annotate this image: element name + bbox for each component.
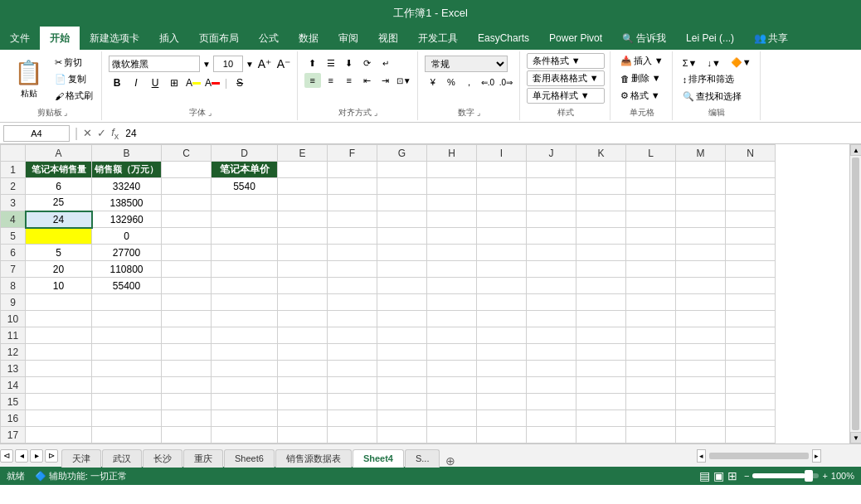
wrap-text-button[interactable]: ↵: [377, 56, 394, 70]
cell-h4[interactable]: [427, 211, 477, 228]
conditional-format-button[interactable]: 条件格式 ▼: [527, 53, 605, 69]
cell-c5[interactable]: [162, 228, 212, 245]
cell-g1[interactable]: [377, 162, 427, 178]
cell-g5[interactable]: [377, 228, 427, 245]
cell-d5[interactable]: [212, 228, 278, 245]
copy-button[interactable]: 📄复制: [51, 71, 96, 87]
cell-c1[interactable]: [162, 162, 212, 178]
formula-input[interactable]: 24: [122, 125, 858, 142]
percent-button[interactable]: %: [443, 75, 460, 90]
tab-newtab[interactable]: 新建选项卡: [80, 27, 149, 50]
tab-first-button[interactable]: ⊲: [0, 449, 13, 463]
cell-f3[interactable]: [328, 195, 377, 211]
cell-a6[interactable]: 5: [26, 245, 92, 261]
sheet-tab-sheet6[interactable]: Sheet6: [224, 449, 275, 468]
cell-e4[interactable]: [278, 211, 328, 228]
cell-e6[interactable]: [278, 245, 328, 261]
font-color-button[interactable]: A: [204, 75, 221, 91]
cell-b4[interactable]: 132960: [92, 211, 162, 228]
cell-m7[interactable]: [676, 261, 726, 278]
cell-b3[interactable]: 138500: [92, 195, 162, 211]
scroll-down-button[interactable]: ▼: [850, 432, 861, 443]
horizontal-scrollbar[interactable]: ◂ ▸: [695, 449, 861, 463]
cell-g8[interactable]: [377, 278, 427, 294]
table-format-button[interactable]: 套用表格格式 ▼: [527, 70, 605, 86]
align-middle-button[interactable]: ☰: [323, 56, 339, 70]
cell-m4[interactable]: [676, 211, 726, 228]
cell-a3[interactable]: 25: [26, 195, 92, 211]
cell-i1[interactable]: [477, 162, 527, 178]
cell-c3[interactable]: [162, 195, 212, 211]
scroll-right-button[interactable]: ▸: [812, 449, 821, 463]
row-header-17[interactable]: 17: [1, 427, 26, 443]
cell-d2[interactable]: 5540: [212, 178, 278, 195]
cell-j3[interactable]: [527, 195, 576, 211]
vertical-scrollbar[interactable]: ▲ ▼: [849, 144, 861, 443]
cell-l4[interactable]: [626, 211, 676, 228]
cell-k4[interactable]: [576, 211, 626, 228]
cell-e7[interactable]: [278, 261, 328, 278]
text-angle-button[interactable]: ⟳: [359, 56, 376, 70]
fill-button[interactable]: ↓▼: [703, 56, 723, 70]
tab-prev-button[interactable]: ◂: [15, 449, 28, 463]
cell-i4[interactable]: [477, 211, 527, 228]
tab-next-button[interactable]: ▸: [30, 449, 43, 463]
cell-h8[interactable]: [427, 278, 477, 294]
delete-cell-button[interactable]: 🗑删除 ▼: [617, 70, 667, 86]
format-cell-button[interactable]: ⚙格式 ▼: [617, 88, 667, 104]
cell-i8[interactable]: [477, 278, 527, 294]
col-header-e[interactable]: E: [278, 145, 328, 162]
cell-b8[interactable]: 55400: [92, 278, 162, 294]
cell-a7[interactable]: 20: [26, 261, 92, 278]
tab-file[interactable]: 文件: [0, 27, 40, 50]
find-select-button[interactable]: 🔍查找和选择: [679, 89, 755, 104]
cut-button[interactable]: ✂剪切: [51, 55, 96, 70]
cell-k5[interactable]: [576, 228, 626, 245]
tab-share[interactable]: 👥共享: [744, 27, 798, 50]
cell-l7[interactable]: [626, 261, 676, 278]
cell-c7[interactable]: [162, 261, 212, 278]
decrease-indent-button[interactable]: ⇤: [359, 73, 376, 88]
tab-developer[interactable]: 开发工具: [408, 27, 468, 50]
font-size-dropdown-icon[interactable]: ▼: [246, 60, 254, 69]
row-header-12[interactable]: 12: [1, 344, 26, 361]
col-header-c[interactable]: C: [162, 145, 212, 162]
cell-n7[interactable]: [726, 261, 776, 278]
view-layout-button[interactable]: ▣: [713, 469, 724, 482]
col-header-a[interactable]: A: [26, 145, 92, 162]
cell-k1[interactable]: [576, 162, 626, 178]
sheet-tab-sheet4[interactable]: Sheet4: [353, 449, 404, 468]
scroll-up-button[interactable]: ▲: [850, 144, 861, 156]
sheet-tab-tianjin[interactable]: 天津: [61, 449, 101, 468]
cell-h1[interactable]: [427, 162, 477, 178]
col-header-b[interactable]: B: [92, 145, 162, 162]
insert-cell-button[interactable]: 📥插入 ▼: [617, 53, 667, 69]
sheet-tab-sales[interactable]: 销售源数据表: [275, 449, 352, 468]
cell-m6[interactable]: [676, 245, 726, 261]
row-header-5[interactable]: 5: [1, 228, 26, 245]
tab-easycharts[interactable]: EasyCharts: [468, 27, 539, 50]
align-right-button[interactable]: ≡: [341, 73, 358, 88]
merge-button[interactable]: ⊡▼: [396, 73, 412, 88]
cell-j6[interactable]: [527, 245, 576, 261]
cell-b5[interactable]: 0: [92, 228, 162, 245]
cell-g3[interactable]: [377, 195, 427, 211]
cell-d6[interactable]: [212, 245, 278, 261]
cell-d1[interactable]: 笔记本单价: [212, 162, 278, 178]
paste-button[interactable]: 📋 粘贴: [8, 56, 49, 103]
tab-view[interactable]: 视图: [368, 27, 408, 50]
cell-c4[interactable]: [162, 211, 212, 228]
cell-e2[interactable]: [278, 178, 328, 195]
cell-g7[interactable]: [377, 261, 427, 278]
cell-c6[interactable]: [162, 245, 212, 261]
row-header-11[interactable]: 11: [1, 327, 26, 344]
cell-i5[interactable]: [477, 228, 527, 245]
currency-button[interactable]: ¥: [425, 75, 441, 90]
cell-d3[interactable]: [212, 195, 278, 211]
cell-i2[interactable]: [477, 178, 527, 195]
tab-data[interactable]: 数据: [289, 27, 328, 50]
align-top-button[interactable]: ⬆: [304, 56, 321, 70]
tab-formulas[interactable]: 公式: [249, 27, 289, 50]
font-size-input[interactable]: [213, 56, 243, 72]
col-header-m[interactable]: M: [676, 145, 726, 162]
